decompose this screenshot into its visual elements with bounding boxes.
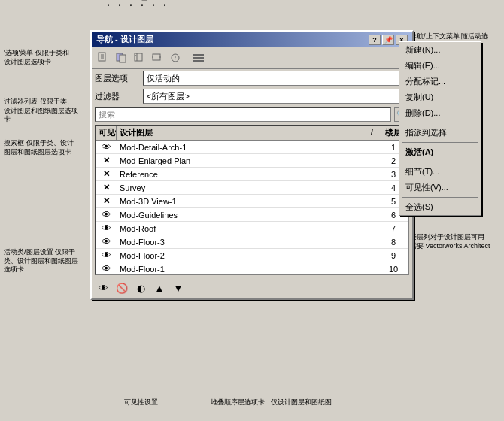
layer-name-cell: Mod-Detail-Arch-1 [117,142,366,153]
slash-cell [366,228,378,229]
menu-item[interactable]: 删除(D)... [399,105,481,121]
table-row[interactable]: ✕Survey4 [96,181,408,195]
x-mark: ✕ [103,183,110,192]
tab-callout-1: '类'选项卡 [105,4,115,6]
table-row[interactable]: 👁Mod-Floor-110 [96,262,408,275]
visibility-cell[interactable]: 👁 [96,222,117,235]
slash-cell [366,187,378,189]
slash-cell [366,147,378,148]
table-row[interactable]: ✕Mod-Enlarged Plan-2 [96,154,408,168]
table-row[interactable]: 👁Mod-Detail-Arch-11 [96,141,408,154]
filter-dropdown[interactable]: <所有图层> ▼ [143,89,409,104]
table-row[interactable]: ✕Mod-3D View-15 [96,195,408,208]
table-row[interactable]: 👁Mod-Roof7 [96,222,408,235]
visibility-cell[interactable]: 👁 [96,262,117,275]
visibility-grey-btn[interactable]: ◐ [132,280,149,296]
layer-name-cell: Mod-3D View-1 [117,196,366,207]
table-header: 可见性 设计图层 / 楼层 [96,126,408,141]
table-row[interactable]: 👁Mod-Floor-38 [96,235,408,249]
layers-table: 可见性 设计图层 / 楼层 👁Mod-Detail-Arch-11✕Mod-En… [95,125,409,275]
annotation-stacking-tab: 堆叠顺序层选项卡 [211,398,265,407]
visibility-cell[interactable]: ✕ [96,168,117,180]
stacking-cell: 9 [378,250,408,261]
layer-filter-dropdown[interactable]: 仅活动的 ▼ [143,71,409,86]
stacking-up-btn[interactable]: ▲ [151,280,168,296]
annotation-active-layer: 活动类/图层设置 仅限于类、设计图层和图纸图层选项卡 [4,248,79,274]
eye-icon: 👁 [102,223,111,234]
slash-cell [366,214,378,216]
slash-cell [366,241,378,243]
layer-filter-row: 图层选项 仅活动的 ▼ [92,69,412,87]
annotation-visibility-settings: 可见性设置 [124,398,158,407]
menu-item[interactable]: 编辑(E)... [399,58,481,74]
table-row[interactable]: 👁Mod-Floor-29 [96,249,408,262]
tab-callout-3: '图纸图层'选项卡 [128,4,138,6]
layer-name-cell: Reference [117,169,366,180]
layer-name-cell: Mod-Floor-2 [117,250,366,261]
menu-item[interactable]: 复制(U) [399,89,481,105]
menu-item[interactable]: 细节(T)... [399,164,481,180]
x-mark: ✕ [103,169,110,179]
annotation-stacking: 楼层列对于设计图层可用 需要 Vectorworks Architect [410,233,493,250]
x-mark: ✕ [103,196,110,206]
svg-rect-6 [135,53,142,61]
visibility-cell[interactable]: ✕ [96,195,117,207]
menu-item[interactable]: 激活(A) [399,144,481,160]
annotation-filter-list: 过滤器列表 仅限于类、设计图层和图纸图层选项卡 [4,98,79,124]
svg-point-8 [135,55,137,56]
toolbar-btn-1[interactable] [95,50,111,66]
visibility-cell[interactable]: 👁 [96,235,117,248]
menu-separator [402,162,478,162]
annotation-search-box: 搜索框 仅限于类、设计图层和图纸图层选项卡 [4,139,79,156]
layer-name-cell: Mod-Enlarged Plan- [117,156,366,166]
visibility-all-btn[interactable]: 👁 [95,280,111,296]
layer-name-cell: Mod-Guidelines [117,210,366,220]
stacking-down-btn[interactable]: ▼ [170,280,187,296]
dialog-bottom: 👁 🚫 ◐ ▲ ▼ [92,277,412,298]
table-row[interactable]: 👁Mod-Guidelines6 [96,208,408,222]
slash-cell [366,268,378,270]
help-button[interactable]: ? [369,35,381,45]
menu-separator [402,123,478,123]
menu-separator [402,142,478,143]
layer-name-cell: Survey [117,183,366,193]
toolbar-btn-2[interactable] [113,50,129,66]
eye-icon: 👁 [102,250,111,261]
menu-item[interactable]: 指派到选择 [399,125,481,141]
visibility-cell[interactable]: 👁 [96,208,117,221]
slash-cell [366,174,378,175]
toolbar-btn-3[interactable] [131,50,147,66]
toolbar-btn-4[interactable] [149,50,165,66]
visibility-cell[interactable]: 👁 [96,141,117,153]
svg-point-14 [175,59,176,60]
menu-item[interactable]: 全选(S) [399,199,481,215]
svg-rect-5 [120,55,126,62]
tab-callout-4: '窗口'选项卡 [139,4,149,6]
toolbar-btn-settings[interactable] [190,50,207,66]
visibility-cell[interactable]: ✕ [96,155,117,166]
toolbar-btn-5[interactable] [167,50,184,66]
layer-name-cell: Mod-Roof [117,223,366,234]
eye-icon: 👁 [102,236,111,247]
pin-button[interactable]: 📌 [382,35,394,45]
menu-item[interactable]: 分配标记... [399,74,481,89]
eye-icon: 👁 [102,263,111,274]
search-input[interactable] [95,107,391,122]
visibility-cell[interactable]: 👁 [96,249,117,262]
tab-callout-5: '日历视图'选项卡 [150,4,160,6]
menu-item[interactable]: 可见性(V)... [399,180,481,195]
layer-filter-label: 图层选项 [95,73,140,84]
context-menu: 新建(N)...编辑(E)...分配标记...复制(U)删除(D)...指派到选… [399,41,481,216]
col-layer: 设计图层 [117,126,366,140]
visibility-none-btn[interactable]: 🚫 [114,280,130,296]
table-body: 👁Mod-Detail-Arch-11✕Mod-Enlarged Plan-2✕… [96,141,408,275]
slash-cell [366,255,378,256]
table-row[interactable]: ✕Reference3 [96,168,408,181]
x-mark: ✕ [103,156,110,165]
eye-icon: 👁 [102,209,111,220]
menu-item[interactable]: 新建(N)... [399,42,481,58]
svg-rect-17 [193,60,204,62]
search-row: 🔍 [92,105,412,123]
eye-icon: 👁 [102,141,111,153]
visibility-cell[interactable]: ✕ [96,182,117,193]
